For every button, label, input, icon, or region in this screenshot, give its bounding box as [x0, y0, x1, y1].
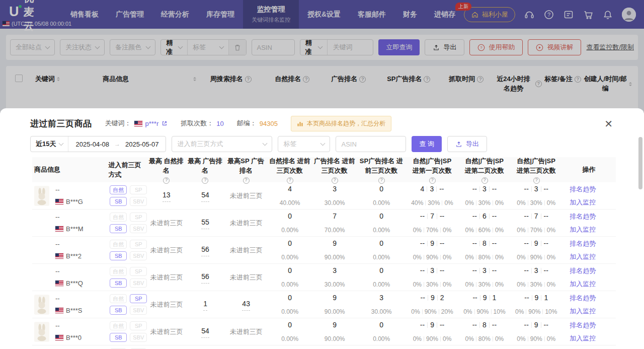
modal-column-header: 商品信息 — [32, 165, 107, 175]
product-asin: B***G — [66, 197, 83, 207]
modal-column-header: 自然|广告|SP 进第二页次数 — [458, 156, 510, 184]
sp-top3-count-cell: 00.00% — [357, 211, 406, 235]
best-ad-rank-cell[interactable]: 56 — [186, 271, 224, 284]
page3-count-cell: --3--0%30%0% — [510, 184, 562, 207]
product-info-cell[interactable]: -- B***G — [32, 185, 107, 206]
page2-count-cell: --3--0%30%0% — [458, 184, 510, 207]
badge-sp: SP — [130, 213, 147, 222]
table-row: -- B***0 自然 SP SB SBV 未进前三页 54 未进前三页 00.… — [32, 318, 616, 345]
rank-trend-link[interactable]: 排名趋势 — [567, 239, 596, 249]
modal-column-header: 最高 广告排名 — [186, 156, 224, 184]
rank-trend-link[interactable]: 排名趋势 — [567, 266, 596, 276]
modal-tag-select[interactable]: 标签 — [278, 136, 330, 152]
modal-column-header: 最高SP 广告排名 — [224, 156, 267, 184]
rank-trend-link[interactable]: 排名趋势 — [567, 320, 596, 330]
add-monitor-link[interactable]: 加入监控 — [567, 333, 596, 343]
us-flag-icon — [55, 308, 63, 313]
chevron-down-icon — [263, 141, 268, 146]
best-natural-rank-cell[interactable]: 未进前三页 — [147, 327, 186, 337]
best-natural-rank-cell[interactable]: 未进前三页 — [147, 245, 186, 255]
best-ad-rank-cell[interactable]: 56 — [186, 244, 224, 256]
modal-column-header: 自然|广告|SP 进第一页次数 — [406, 156, 458, 184]
table-row: -- B***S 自然 SP SB SBV 未进前三页 1 43 00.00% … — [32, 291, 616, 318]
modal-export-button[interactable]: 导出 — [447, 136, 487, 152]
best-sp-ad-rank-cell[interactable]: 未进前三页 — [225, 327, 268, 337]
info-icon[interactable] — [429, 177, 436, 184]
badge-sb: SB — [110, 197, 127, 206]
page3-count-cell: --9--0%90%0% — [510, 320, 562, 343]
actions-cell: 排名趋势 加入监控 — [562, 293, 616, 316]
rank-trend-link[interactable]: 排名趋势 — [567, 184, 596, 194]
ad-top3-count-cell: 990.00% — [312, 293, 357, 316]
product-image — [34, 321, 50, 342]
add-monitor-link[interactable]: 加入监控 — [567, 306, 596, 316]
chevron-down-icon — [320, 141, 326, 146]
info-icon[interactable] — [202, 177, 208, 184]
modal-column-header: 广告排名 进前三页次数 — [312, 156, 357, 184]
modal-column-header: 自然|广告|SP 进第三页次数 — [510, 156, 562, 184]
best-sp-ad-rank-cell[interactable]: 未进前三页 — [225, 245, 268, 255]
rank-trend-link[interactable]: 排名趋势 — [567, 212, 596, 222]
modal-column-header: 自然排名 进前三页次数 — [267, 156, 312, 184]
info-icon[interactable] — [481, 177, 488, 184]
best-ad-rank-cell[interactable]: 54 — [186, 190, 224, 202]
keyword-link[interactable]: p***r — [145, 120, 159, 127]
best-ad-rank-cell[interactable]: 1 — [186, 299, 224, 311]
add-monitor-link[interactable]: 加入监控 — [567, 279, 596, 289]
modal-asin-input[interactable]: ASIN — [336, 136, 406, 152]
external-link-icon[interactable] — [162, 120, 168, 126]
entry-method-badges: 自然 SP SB SBV — [107, 321, 147, 342]
page3-count-cell: --910%90%10% — [510, 293, 562, 316]
product-info-cell[interactable]: -- B***2 — [32, 239, 107, 261]
product-image — [34, 294, 50, 315]
trend-summary-notice[interactable]: 本页商品排名趋势，汇总分析 — [291, 116, 391, 131]
sp-top3-count-cell: 00.00% — [357, 238, 406, 262]
best-ad-rank-cell[interactable]: 54 — [186, 326, 224, 338]
best-natural-rank-cell[interactable]: 未进前三页 — [147, 272, 186, 283]
info-icon[interactable] — [243, 177, 250, 184]
best-sp-ad-rank-cell[interactable]: 未进前三页 — [225, 272, 268, 283]
date-end: 2025-05-07 — [125, 141, 159, 148]
best-ad-rank-cell[interactable]: 55 — [186, 217, 224, 229]
badge-sp: SP — [130, 185, 147, 194]
add-monitor-link[interactable]: 加入监控 — [567, 252, 596, 262]
product-info-cell[interactable]: -- B***Q — [32, 266, 107, 288]
info-icon[interactable] — [332, 177, 338, 184]
info-icon[interactable] — [163, 177, 170, 184]
modal-query-button[interactable]: 查 询 — [412, 136, 442, 152]
info-icon[interactable] — [533, 177, 540, 184]
best-sp-ad-rank-cell[interactable]: 43 — [225, 299, 268, 311]
date-preset-select[interactable]: 近15天 — [31, 136, 68, 152]
entry-method-select[interactable]: 进入前三页方式 — [172, 136, 272, 152]
date-range-group: 近15天 2025-04-08 → 2025-05-07 — [30, 136, 166, 152]
product-image — [34, 185, 50, 206]
info-icon[interactable] — [378, 177, 385, 184]
info-icon[interactable] — [287, 177, 293, 184]
best-sp-ad-rank-cell[interactable]: 未进前三页 — [225, 218, 268, 228]
product-title: -- — [55, 212, 84, 222]
best-natural-rank-cell[interactable]: 13 — [147, 190, 186, 202]
best-natural-rank-cell[interactable]: 未进前三页 — [147, 300, 186, 310]
product-info-cell[interactable]: -- B***M — [32, 212, 107, 234]
ad-top3-count-cell: 990.00% — [312, 320, 357, 343]
badge-natural: 自然 — [110, 213, 127, 222]
product-asin-line: B***G — [55, 197, 83, 207]
modal-scrollbar[interactable] — [638, 137, 642, 189]
close-icon[interactable]: ✕ — [604, 119, 613, 129]
badge-natural: 自然 — [110, 321, 127, 330]
rank-trend-link[interactable]: 排名趋势 — [567, 293, 596, 303]
product-asin-line: B***S — [55, 306, 83, 316]
modal-table: 商品信息进入前三页方式最高 自然排名最高 广告排名最高SP 广告排名自然排名 进… — [32, 157, 616, 349]
page1-count-cell: --9--0%90%0% — [406, 238, 459, 262]
badge-natural: 自然 — [110, 294, 127, 303]
add-monitor-link[interactable]: 加入监控 — [567, 197, 596, 207]
best-natural-rank-cell[interactable]: 未进前三页 — [147, 218, 186, 228]
date-start: 2025-04-08 — [75, 141, 109, 148]
modal-column-header: 操作 — [562, 165, 616, 175]
ad-top3-count-cell: 990.00% — [312, 238, 357, 262]
best-sp-ad-rank-cell[interactable]: 未进前三页 — [225, 191, 268, 201]
product-info-cell[interactable]: -- B***0 — [32, 321, 107, 342]
date-range-picker[interactable]: 2025-04-08 → 2025-05-07 — [68, 136, 166, 152]
product-info-cell[interactable]: -- B***S — [32, 294, 107, 315]
add-monitor-link[interactable]: 加入监控 — [567, 225, 596, 235]
